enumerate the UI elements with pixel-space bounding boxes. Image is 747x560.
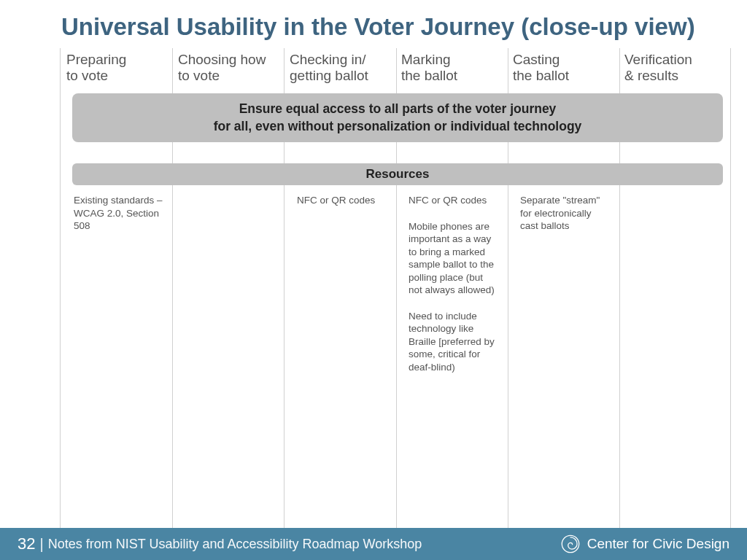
cell-0-p0: Existing standards – WCAG 2.0, Section 5…	[74, 194, 163, 233]
brand-name: Center for Civic Design	[587, 536, 729, 552]
col-header-3: Markingthe ballot	[395, 48, 507, 90]
cell-0: Existing standards – WCAG 2.0, Section 5…	[61, 194, 172, 528]
col-header-2: Checking in/getting ballot	[284, 48, 395, 90]
col-header-1: Choosing howto vote	[172, 48, 284, 90]
brand: Center for Civic Design	[561, 534, 729, 553]
cell-3-p2: Need to include technology like Braille …	[409, 310, 498, 374]
cell-2: NFC or QR codes	[284, 194, 395, 528]
cell-4: Separate "stream" for electronically cas…	[507, 194, 619, 528]
footer-bar: 32 | Notes from NIST Usability and Acces…	[0, 528, 747, 560]
equal-access-banner: Ensure equal access to all parts of the …	[72, 93, 723, 142]
banner-line-2: for all, even without personalization or…	[87, 118, 708, 136]
footer-text: Notes from NIST Usability and Accessibil…	[48, 537, 422, 552]
journey-grid: Preparingto vote Choosing howto vote Che…	[60, 48, 731, 528]
col-header-4: Castingthe ballot	[507, 48, 619, 90]
spiral-logo-icon	[561, 534, 580, 553]
cell-2-p0: NFC or QR codes	[297, 194, 387, 207]
resources-banner: Resources	[72, 163, 723, 185]
banner-line-1: Ensure equal access to all parts of the …	[87, 101, 708, 118]
footer-separator: |	[39, 536, 43, 553]
col-header-5: Verification& results	[619, 48, 730, 90]
column-headers: Preparingto vote Choosing howto vote Che…	[61, 48, 730, 90]
slide-title: Universal Usability in the Voter Journey…	[61, 13, 732, 41]
cell-1	[172, 194, 284, 528]
resources-body: Existing standards – WCAG 2.0, Section 5…	[61, 194, 730, 528]
cell-5	[619, 194, 730, 528]
cell-4-p0: Separate "stream" for electronically cas…	[520, 194, 610, 233]
cell-3: NFC or QR codes Mobile phones are import…	[395, 194, 507, 528]
col-header-0: Preparingto vote	[61, 48, 172, 90]
cell-3-p0: NFC or QR codes	[409, 194, 498, 207]
page-number: 32	[18, 534, 35, 553]
svg-point-0	[562, 535, 578, 552]
cell-3-p1: Mobile phones are important as a way to …	[409, 220, 498, 297]
